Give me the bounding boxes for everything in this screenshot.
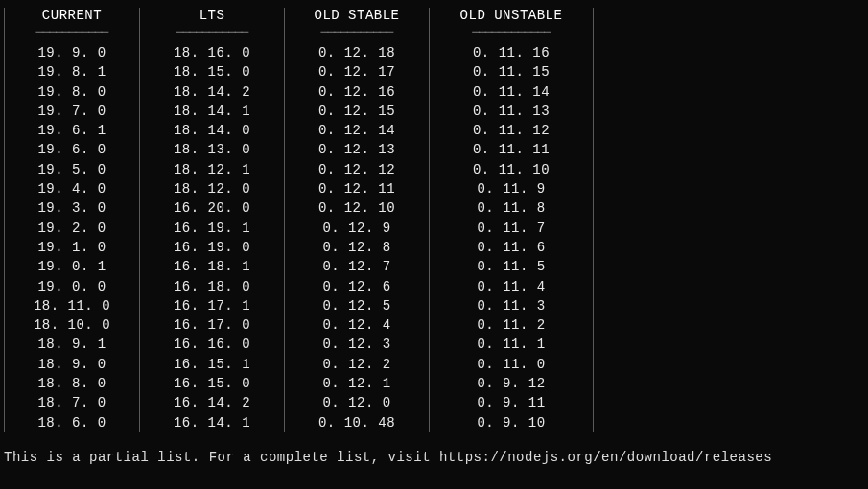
version-cell: 19. 8. 0 <box>34 82 110 102</box>
column-lts: LTS ─────────── 18. 16. 018. 15. 018. 14… <box>140 8 284 432</box>
version-cell: 0. 11. 2 <box>473 315 550 335</box>
version-cell: 18. 14. 1 <box>174 102 250 121</box>
version-cell: 19. 6. 0 <box>34 140 110 159</box>
column-body-current: 19. 9. 019. 8. 119. 8. 019. 7. 019. 6. 1… <box>34 43 110 432</box>
version-cell: 19. 7. 0 <box>34 102 110 121</box>
version-cell: 19. 0. 0 <box>34 277 110 296</box>
version-cell: 18. 7. 0 <box>34 393 110 412</box>
version-cell: 0. 12. 11 <box>318 179 395 198</box>
header-divider: ─────────── <box>36 25 108 39</box>
footer-note: This is a partial list. For a complete l… <box>4 450 864 465</box>
version-cell: 0. 12. 8 <box>318 238 395 257</box>
version-cell: 18. 8. 0 <box>34 374 110 393</box>
version-cell: 18. 14. 0 <box>174 121 250 140</box>
header-divider: ─────────── <box>176 25 248 39</box>
version-cell: 0. 12. 15 <box>318 102 395 121</box>
version-cell: 18. 11. 0 <box>34 296 110 315</box>
column-oldstable: OLD STABLE ─────────── 0. 12. 180. 12. 1… <box>285 8 429 432</box>
version-cell: 0. 9. 10 <box>473 413 550 432</box>
version-cell: 16. 14. 2 <box>174 393 250 412</box>
version-cell: 18. 6. 0 <box>34 413 110 432</box>
version-cell: 16. 16. 0 <box>174 335 250 354</box>
version-cell: 0. 11. 7 <box>473 219 550 238</box>
column-oldunstable: OLD UNSTABLE ──────────── 0. 11. 160. 11… <box>430 8 593 432</box>
version-cell: 19. 4. 0 <box>34 179 110 198</box>
version-cell: 0. 12. 5 <box>318 296 395 315</box>
version-cell: 0. 10. 48 <box>318 413 395 432</box>
version-cell: 0. 11. 3 <box>473 296 550 315</box>
version-cell: 0. 12. 16 <box>318 82 395 102</box>
column-body-lts: 18. 16. 018. 15. 018. 14. 218. 14. 118. … <box>174 43 250 432</box>
version-cell: 0. 11. 8 <box>473 198 550 218</box>
version-cell: 0. 11. 5 <box>473 257 550 276</box>
version-cell: 0. 12. 2 <box>318 355 395 374</box>
version-cell: 0. 12. 7 <box>318 257 395 276</box>
column-current: CURRENT ─────────── 19. 9. 019. 8. 119. … <box>5 8 139 432</box>
version-cell: 18. 9. 1 <box>34 335 110 354</box>
version-cell: 0. 12. 9 <box>318 219 395 238</box>
header-current: CURRENT <box>35 8 109 23</box>
header-divider: ─────────── <box>321 25 393 39</box>
version-cell: 0. 12. 0 <box>318 393 395 412</box>
version-cell: 0. 12. 4 <box>318 315 395 335</box>
version-cell: 0. 11. 6 <box>473 238 550 257</box>
version-cell: 0. 11. 15 <box>473 62 550 82</box>
version-cell: 18. 10. 0 <box>34 315 110 335</box>
version-cell: 0. 12. 10 <box>318 198 395 218</box>
version-cell: 19. 9. 0 <box>34 43 110 62</box>
version-cell: 0. 12. 12 <box>318 160 395 179</box>
version-cell: 0. 11. 9 <box>473 179 550 198</box>
version-cell: 19. 0. 1 <box>34 257 110 276</box>
version-cell: 0. 11. 10 <box>473 160 550 179</box>
version-cell: 0. 9. 11 <box>473 393 550 412</box>
version-table: CURRENT ─────────── 19. 9. 019. 8. 119. … <box>4 8 864 432</box>
version-cell: 0. 9. 12 <box>473 374 550 393</box>
version-cell: 0. 12. 1 <box>318 374 395 393</box>
version-cell: 0. 12. 14 <box>318 121 395 140</box>
version-cell: 16. 18. 1 <box>174 257 250 276</box>
column-body-oldstable: 0. 12. 180. 12. 170. 12. 160. 12. 150. 1… <box>318 43 395 432</box>
version-cell: 0. 11. 16 <box>473 43 550 62</box>
version-cell: 19. 6. 1 <box>34 121 110 140</box>
header-divider: ──────────── <box>472 25 551 39</box>
version-cell: 18. 14. 2 <box>174 82 250 102</box>
column-separator <box>593 8 594 432</box>
header-oldstable: OLD STABLE <box>306 8 407 23</box>
version-cell: 16. 17. 0 <box>174 315 250 335</box>
version-cell: 16. 20. 0 <box>174 198 250 218</box>
version-cell: 0. 12. 18 <box>318 43 395 62</box>
version-cell: 19. 1. 0 <box>34 238 110 257</box>
version-cell: 0. 11. 12 <box>473 121 550 140</box>
version-cell: 16. 14. 1 <box>174 413 250 432</box>
version-cell: 0. 11. 1 <box>473 335 550 354</box>
version-cell: 19. 8. 1 <box>34 62 110 82</box>
version-cell: 16. 18. 0 <box>174 277 250 296</box>
version-cell: 18. 15. 0 <box>174 62 250 82</box>
version-cell: 18. 16. 0 <box>174 43 250 62</box>
version-cell: 16. 17. 1 <box>174 296 250 315</box>
version-cell: 16. 15. 0 <box>174 374 250 393</box>
header-lts: LTS <box>192 8 233 23</box>
version-cell: 16. 19. 1 <box>174 219 250 238</box>
version-cell: 0. 12. 3 <box>318 335 395 354</box>
version-cell: 16. 15. 1 <box>174 355 250 374</box>
version-cell: 0. 12. 6 <box>318 277 395 296</box>
version-cell: 0. 11. 11 <box>473 140 550 159</box>
column-body-oldunstable: 0. 11. 160. 11. 150. 11. 140. 11. 130. 1… <box>473 43 550 432</box>
version-cell: 19. 5. 0 <box>34 160 110 179</box>
version-cell: 0. 11. 13 <box>473 102 550 121</box>
version-cell: 19. 3. 0 <box>34 198 110 218</box>
version-cell: 18. 12. 0 <box>174 179 250 198</box>
version-cell: 16. 19. 0 <box>174 238 250 257</box>
version-cell: 0. 12. 13 <box>318 140 395 159</box>
version-cell: 18. 13. 0 <box>174 140 250 159</box>
version-cell: 0. 11. 0 <box>473 355 550 374</box>
header-oldunstable: OLD UNSTABLE <box>453 8 571 23</box>
version-cell: 18. 12. 1 <box>174 160 250 179</box>
version-cell: 0. 11. 4 <box>473 277 550 296</box>
version-cell: 19. 2. 0 <box>34 219 110 238</box>
version-cell: 0. 12. 17 <box>318 62 395 82</box>
version-cell: 0. 11. 14 <box>473 82 550 102</box>
version-cell: 18. 9. 0 <box>34 355 110 374</box>
